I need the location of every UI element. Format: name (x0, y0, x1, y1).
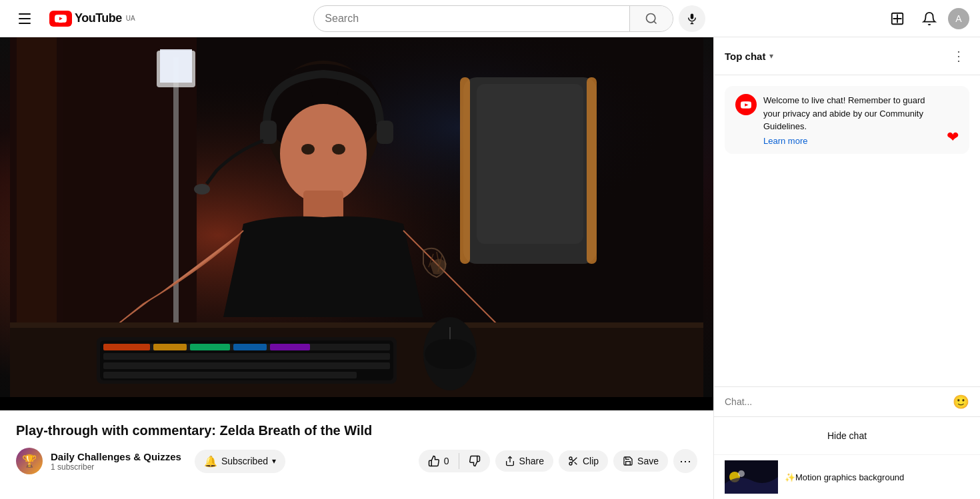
chat-more-button[interactable]: ⋮ (948, 45, 969, 67)
svg-point-52 (738, 470, 745, 477)
create-icon (890, 11, 905, 26)
vertical-dots-icon: ⋮ (952, 48, 965, 64)
svg-line-48 (571, 459, 573, 461)
more-icon: ⋯ (679, 454, 691, 468)
save-button[interactable]: Save (613, 450, 668, 472)
svg-point-25 (301, 144, 315, 155)
thumbs-down-icon (469, 455, 481, 467)
subscribed-label: Subscribed (221, 456, 268, 466)
channel-row: 🏆 Daily Challenges & Quizzes 1 subscribe… (16, 448, 697, 474)
user-avatar[interactable]: A (948, 8, 969, 29)
share-button[interactable]: Share (495, 450, 553, 472)
emoji-button[interactable]: 🙂 (953, 394, 969, 410)
emoji-icon: 🙂 (953, 394, 969, 410)
clip-label: Clip (583, 456, 599, 466)
svg-rect-36 (153, 344, 187, 350)
hide-chat-label: Hide chat (827, 430, 867, 441)
clip-button[interactable]: Clip (559, 450, 608, 472)
hide-chat-button[interactable]: Hide chat (722, 425, 972, 446)
thumbs-up-icon (428, 455, 440, 467)
chat-input[interactable] (725, 396, 947, 407)
scissors-icon (568, 456, 579, 466)
video-title: Play-through with commentary: Zelda Brea… (16, 421, 697, 440)
chat-preview-thumbnail (725, 460, 778, 494)
svg-rect-38 (233, 344, 267, 350)
svg-point-26 (332, 144, 345, 155)
svg-line-47 (575, 462, 577, 465)
logo[interactable]: YouTube UA (49, 11, 135, 27)
svg-rect-42 (425, 339, 475, 369)
svg-rect-11 (160, 49, 192, 83)
chat-welcome-text: Welcome to live chat! Remember to guard … (763, 95, 925, 131)
chat-panel: Top chat ▾ ⋮ Welcome to live chat! Remem… (713, 37, 980, 499)
save-label: Save (637, 456, 659, 466)
chevron-down-icon: ▾ (272, 456, 276, 466)
svg-point-0 (647, 13, 655, 22)
youtube-logo-icon (49, 11, 72, 27)
svg-rect-15 (587, 77, 597, 264)
chat-title-row[interactable]: Top chat ▾ (725, 51, 773, 62)
svg-rect-28 (10, 322, 703, 328)
search-bar (313, 5, 673, 32)
learn-more-link[interactable]: Learn more (763, 136, 940, 146)
logo-country: UA (126, 15, 135, 22)
bell-icon (922, 11, 937, 26)
svg-rect-37 (190, 344, 230, 350)
like-count: 0 (444, 456, 449, 466)
svg-rect-39 (270, 344, 310, 350)
chat-header: Top chat ▾ ⋮ (714, 37, 980, 75)
chat-welcome-message: Welcome to live chat! Remember to guard … (725, 86, 969, 154)
mic-icon (686, 13, 698, 25)
svg-point-24 (194, 184, 210, 195)
logo-text: YouTube (75, 11, 122, 25)
svg-rect-23 (377, 121, 393, 144)
search-icon (645, 12, 658, 25)
header-center (135, 5, 884, 32)
chat-messages: Welcome to live chat! Remember to guard … (714, 75, 980, 386)
share-icon (505, 456, 515, 466)
chat-title: Top chat (725, 51, 765, 62)
main-layout: Play-through with commentary: Zelda Brea… (0, 37, 980, 499)
subscribe-button[interactable]: 🔔 Subscribed ▾ (195, 450, 285, 473)
channel-subscribers: 1 subscriber (51, 462, 181, 472)
bell-icon: 🔔 (204, 455, 217, 468)
svg-rect-1 (691, 13, 694, 19)
channel-avatar[interactable]: 🏆 (16, 448, 43, 474)
svg-rect-14 (460, 77, 470, 264)
more-options-button[interactable]: ⋯ (673, 449, 697, 473)
channel-name: Daily Challenges & Quizzes (51, 451, 181, 462)
video-scene-svg (0, 37, 713, 397)
chat-welcome-content: Welcome to live chat! Remember to guard … (763, 94, 940, 146)
header: YouTube UA (0, 0, 980, 37)
svg-rect-13 (477, 84, 583, 244)
chat-preview-text: ✨Motion graphics background (785, 472, 904, 482)
create-button[interactable] (884, 5, 911, 32)
hamburger-button[interactable] (11, 5, 39, 32)
like-dislike-group: 0 (419, 450, 490, 472)
youtube-chat-icon (735, 94, 757, 115)
video-thumbnail-inner (0, 37, 713, 397)
hamburger-icon (16, 11, 33, 27)
svg-point-44 (569, 457, 572, 460)
search-button[interactable] (630, 5, 673, 32)
video-player[interactable] (0, 37, 713, 410)
channel-info[interactable]: Daily Challenges & Quizzes 1 subscriber (51, 451, 181, 472)
header-left: YouTube UA (11, 5, 135, 32)
channel-avatar-emoji: 🏆 (22, 454, 37, 468)
save-icon (623, 456, 633, 466)
like-button[interactable]: 0 (419, 450, 459, 472)
svg-point-20 (280, 104, 367, 204)
svg-rect-35 (103, 344, 150, 350)
search-input[interactable] (314, 13, 629, 25)
heart-icon[interactable]: ❤ (947, 129, 959, 146)
notifications-button[interactable] (916, 5, 943, 32)
hide-chat-row: Hide chat (714, 416, 980, 454)
action-buttons: 0 (419, 449, 697, 473)
chat-input-area: 🙂 (714, 386, 980, 416)
voice-search-button[interactable] (679, 5, 705, 32)
chat-preview: ✨Motion graphics background (714, 454, 980, 499)
dislike-button[interactable] (459, 450, 490, 472)
svg-rect-33 (103, 362, 390, 369)
svg-point-45 (569, 462, 572, 465)
svg-rect-34 (103, 372, 357, 378)
